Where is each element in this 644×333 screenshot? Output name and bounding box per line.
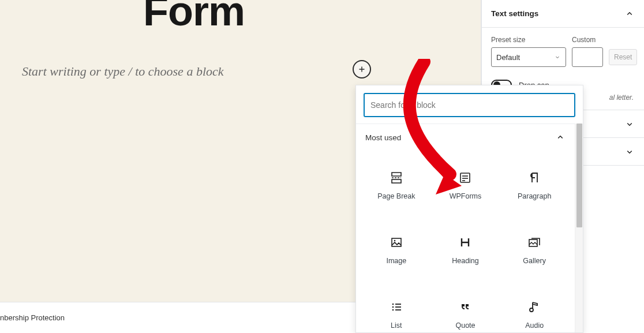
panel-text-settings[interactable]: Text settings [482,0,644,28]
svg-point-12 [392,306,394,308]
block-inserter-popover: Most used Page BreakWPFormsParagraphImag… [355,85,583,333]
category-label: Most used [365,133,401,142]
category-most-used[interactable]: Most used [362,124,569,151]
quote-icon [458,300,473,315]
chevron-down-icon [624,147,635,157]
block-label: Gallery [523,257,546,265]
svg-point-17 [530,308,533,312]
svg-point-11 [392,304,394,305]
block-list[interactable]: List [362,282,431,332]
paragraph-placeholder[interactable]: Start writing or type / to choose a bloc… [22,64,224,79]
block-label: Heading [452,257,479,265]
block-quote[interactable]: Quote [431,282,500,332]
svg-rect-1 [392,173,401,176]
paragraph-icon [527,170,542,185]
svg-rect-8 [392,238,401,246]
blocks-grid: Page BreakWPFormsParagraphImageHeadingGa… [362,151,569,332]
preset-size-select[interactable]: Default [491,47,566,67]
gallery-icon [527,235,542,250]
wpforms-icon [458,170,473,185]
reset-button[interactable]: Reset [609,49,637,65]
panel-title: Text settings [491,9,538,18]
block-label: Image [386,257,406,265]
plus-icon [357,65,366,74]
image-icon [389,235,404,250]
scrollbar-thumb[interactable] [576,124,582,227]
block-search-input[interactable] [364,93,575,117]
block-label: Quote [455,321,475,330]
block-label: WPForms [450,192,482,200]
block-paragraph[interactable]: Paragraph [500,153,569,218]
custom-label: Custom [572,36,603,44]
svg-point-13 [392,309,394,311]
popover-scrollbar[interactable] [575,124,583,332]
block-label: Paragraph [518,192,551,200]
block-image[interactable]: Image [362,218,431,282]
chevron-down-icon [624,119,635,129]
block-inserter-button[interactable] [353,60,371,78]
chevron-up-icon [555,132,566,143]
svg-rect-2 [392,179,401,183]
page-title[interactable]: Form [143,0,245,35]
metabox-title: nbership Protection [0,313,65,322]
block-page-break[interactable]: Page Break [362,153,431,218]
block-heading[interactable]: Heading [431,218,500,282]
custom-size-input[interactable] [572,47,603,67]
list-icon [389,300,404,315]
audio-icon [527,300,542,315]
chevron-down-icon [554,54,561,61]
heading-icon [458,235,473,250]
chevron-up-icon [624,9,635,19]
block-wpforms[interactable]: WPForms [431,153,500,218]
block-audio[interactable]: Audio [500,282,569,332]
block-label: Page Break [377,192,415,200]
preset-label: Preset size [491,36,566,44]
block-gallery[interactable]: Gallery [500,218,569,282]
page-break-icon [389,170,404,185]
block-label: Audio [525,321,544,330]
block-label: List [391,321,402,330]
preset-value: Default [496,53,520,62]
svg-point-9 [394,240,396,242]
